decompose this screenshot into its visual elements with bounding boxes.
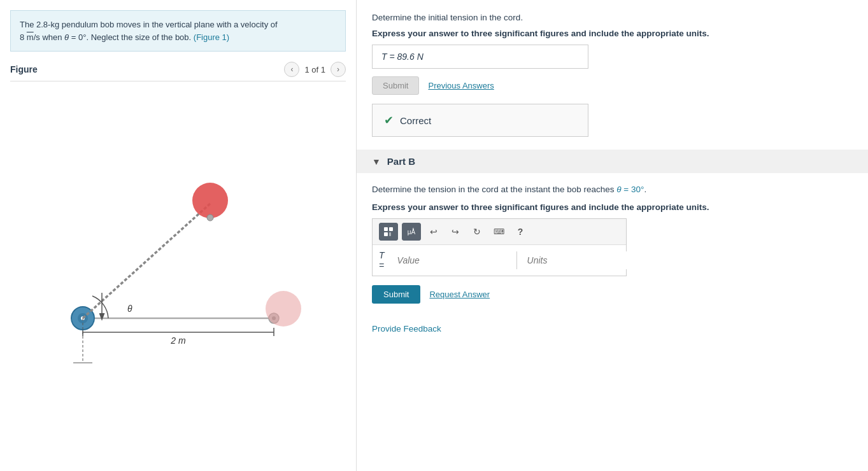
svg-point-12 [266,291,301,327]
svg-text:2 m: 2 m [170,335,186,346]
pendulum-figure-svg: 2 m θ [45,165,312,382]
toolbar-symbol-button[interactable]: μÅ [402,223,421,241]
part-a-section: Determine the initial tension in the cor… [372,13,853,137]
figure-canvas: 2 m θ [10,87,346,461]
toolbar-keyboard-button[interactable]: ⌨ [490,223,508,241]
correct-box: ✔ Correct [372,104,588,137]
part-b-highlight: θ = 30° [616,185,644,194]
figure-header: Figure ‹ 1 of 1 › [10,62,346,81]
part-a-prev-answers-link[interactable]: Previous Answers [428,81,494,90]
request-answer-link[interactable]: Request Answer [429,290,490,299]
part-a-instruction: Express your answer to three significant… [372,29,853,38]
figure-nav-count: 1 of 1 [304,65,325,74]
part-b-submit-button[interactable]: Submit [372,285,420,304]
left-panel: The 2.8-kg pendulum bob moves in the ver… [0,0,357,471]
part-b-input-area: μÅ ↩ ↪ ↻ ⌨ ? T = [372,218,627,276]
problem-text-2: 8 m/s when θ = 0°. Neglect the size of t… [20,32,191,42]
part-b-bottom-row: Submit Request Answer [372,285,853,304]
toolbar-refresh-button[interactable]: ↻ [468,223,486,241]
part-b-label: Part B [387,156,415,167]
svg-rect-20 [389,227,393,231]
part-b-question: Determine the tension in the cord at the… [372,183,853,196]
svg-rect-21 [384,232,388,236]
feedback-link[interactable]: Provide Feedback [372,324,441,334]
figure-section: Figure ‹ 1 of 1 › 2 m [10,62,346,461]
svg-point-11 [192,183,228,218]
svg-text:θ: θ [127,304,132,314]
input-toolbar: μÅ ↩ ↪ ↻ ⌨ ? [373,219,626,245]
part-a-answer-box: T = 89.6 N [372,45,588,69]
part-a-question: Determine the initial tension in the cor… [372,13,853,22]
part-b-instruction: Express your answer to three significant… [372,202,853,212]
part-a-submit-row: Submit Previous Answers [372,76,853,95]
correct-label: Correct [400,115,431,126]
svg-rect-19 [384,227,388,231]
figure-nav: ‹ 1 of 1 › [284,62,346,77]
svg-point-13 [207,214,213,221]
svg-rect-22 [389,232,391,236]
part-b-value-input[interactable] [391,251,517,269]
part-b-input-row: T = [373,245,626,276]
figure-label: Figure [10,64,38,74]
part-b-units-input[interactable] [521,251,646,269]
part-b-header: ▼ Part B [357,150,868,173]
toolbar-redo-button[interactable]: ↪ [446,223,464,241]
correct-check-icon: ✔ [384,113,394,127]
figure-next-button[interactable]: › [331,62,346,77]
part-b-content: Determine the tension in the cord at the… [372,183,853,304]
toolbar-matrix-button[interactable] [379,223,398,241]
figure-link[interactable]: (Figure 1) [194,32,229,42]
toolbar-undo-button[interactable]: ↩ [425,223,443,241]
part-b-t-label: T = [379,250,385,271]
problem-text-1: The 2.8-kg pendulum bob moves in the ver… [20,20,278,29]
right-panel: Determine the initial tension in the cor… [357,0,868,471]
part-a-answer-value: T = 89.6 N [381,52,423,62]
part-a-submit-button[interactable]: Submit [372,76,419,95]
toolbar-help-button[interactable]: ? [511,223,529,241]
part-b-collapse-arrow[interactable]: ▼ [372,157,381,167]
figure-prev-button[interactable]: ‹ [284,62,299,77]
problem-statement: The 2.8-kg pendulum bob moves in the ver… [10,10,346,52]
